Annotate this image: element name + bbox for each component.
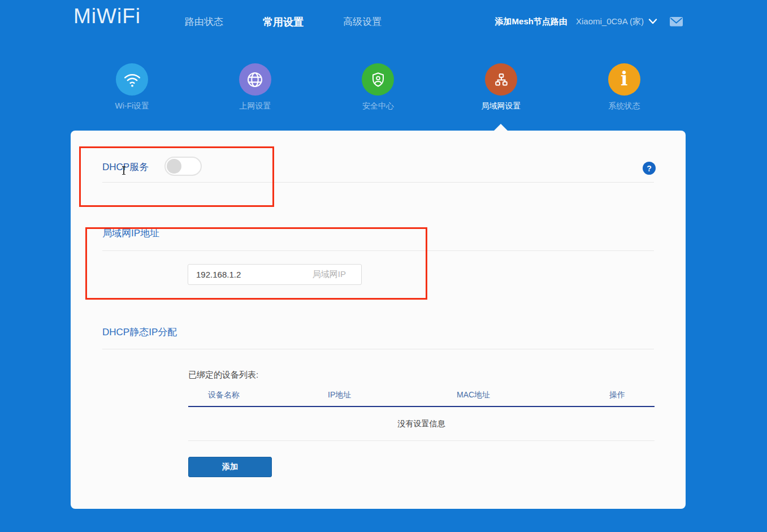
divider [102,349,654,349]
quick-nav-lan-settings[interactable]: 局域网设置 [440,63,562,111]
quick-nav: Wi-Fi设置 上网设置 安全中心 [71,63,686,111]
nav-advanced-settings[interactable]: 高级设置 [343,15,382,29]
col-mac-address: MAC地址 [457,390,609,400]
miwifi-logo[interactable]: MiWiFi [73,5,141,28]
quick-nav-label: Wi-Fi设置 [115,101,149,111]
info-icon: i [608,63,640,96]
lan-ip-field-wrap: 局域网IP [188,264,362,285]
quick-nav-system-status[interactable]: i 系统状态 [563,63,686,111]
chevron-down-icon [648,18,657,25]
dhcp-static-heading: DHCP静态IP分配 [102,326,177,339]
empty-state-text: 没有设置信息 [188,407,655,441]
router-name: Xiaomi_0C9A (家) [576,16,644,27]
sitemap-icon [485,63,517,96]
quick-nav-wifi-settings[interactable]: Wi-Fi设置 [71,63,193,111]
table-header-row: 设备名称 IP地址 MAC地址 操作 [188,390,655,407]
add-mesh-node-button[interactable]: 添加Mesh节点路由 [495,16,567,27]
help-icon[interactable]: ? [643,162,656,175]
quick-nav-label: 系统状态 [608,101,640,111]
quick-nav-security-center[interactable]: 安全中心 [317,63,439,111]
nav-router-status[interactable]: 路由状态 [185,15,223,29]
router-selector[interactable]: Xiaomi_0C9A (家) [576,16,657,27]
col-device-name: 设备名称 [208,390,328,400]
dhcp-service-label: DHCP服务 [102,161,149,174]
globe-icon [239,63,271,96]
lan-ip-heading: 局域网IP地址 [102,227,159,240]
quick-nav-label: 上网设置 [239,101,271,111]
col-actions: 操作 [609,390,655,400]
main-nav: 路由状态 常用设置 高级设置 [185,15,382,29]
toggle-knob [167,159,181,174]
col-ip-address: IP地址 [328,390,457,400]
divider [102,182,654,183]
nav-common-settings[interactable]: 常用设置 [263,15,304,29]
lan-settings-panel: DHCP服务 ? 局域网IP地址 局域网IP DHCP静态IP分配 已绑定的设备… [71,131,686,509]
quick-nav-label: 局域网设置 [482,101,521,111]
bound-devices-table: 设备名称 IP地址 MAC地址 操作 没有设置信息 [188,390,655,441]
wifi-icon [116,63,148,96]
quick-nav-internet-settings[interactable]: 上网设置 [194,63,317,111]
shield-user-icon [362,63,394,96]
bound-devices-label: 已绑定的设备列表: [188,370,258,380]
lan-ip-input[interactable] [188,264,362,285]
text-cursor [123,167,124,174]
dhcp-service-toggle[interactable] [164,157,202,176]
header-right: 添加Mesh节点路由 Xiaomi_0C9A (家) [495,15,683,28]
quick-nav-label: 安全中心 [362,101,394,111]
mail-icon[interactable] [669,15,683,28]
divider [102,250,654,251]
add-button[interactable]: 添加 [188,457,272,477]
